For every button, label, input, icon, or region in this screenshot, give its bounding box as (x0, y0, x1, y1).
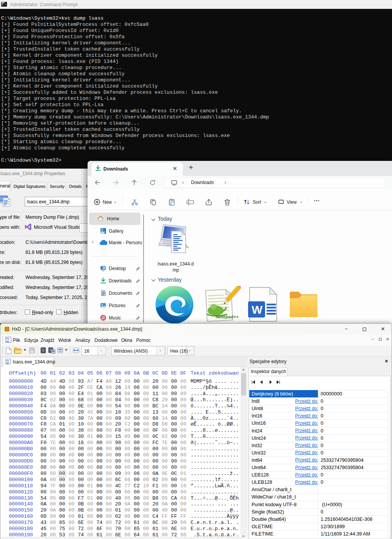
svg-text:Notepad++: Notepad++ (216, 314, 239, 319)
svg-text:W: W (252, 303, 263, 316)
svg-text:AD: AD (6, 362, 9, 364)
svg-text:AD: AD (6, 340, 9, 343)
